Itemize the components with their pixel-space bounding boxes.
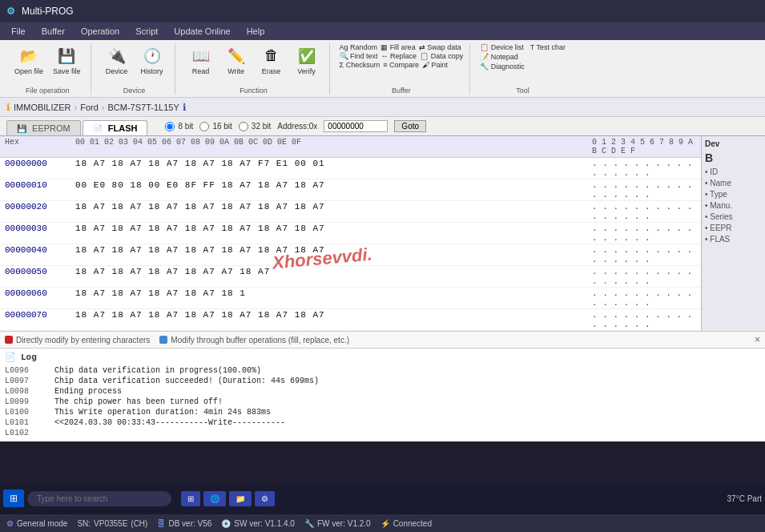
status-connected-label: Connected — [393, 519, 432, 528]
menu-operation[interactable]: Operation — [73, 25, 127, 38]
verify-label: Verify — [297, 67, 316, 75]
table-row[interactable]: 00000070 18 A7 18 A7 18 A7 18 A7 18 A7 1… — [0, 309, 701, 331]
table-row[interactable]: 00000030 18 A7 18 A7 18 A7 18 A7 18 A7 1… — [0, 223, 701, 244]
log-msg: <<2024.03.30 00:33:43-----------Write---… — [54, 418, 760, 427]
table-row[interactable]: 00000040 18 A7 18 A7 18 A7 18 A7 18 A7 1… — [0, 244, 701, 266]
notice-close-button[interactable]: × — [755, 334, 760, 345]
notepad-button[interactable]: 📝 Notepad — [480, 53, 518, 61]
tabs-bar: 💾 EEPROM 📄 FLASH — [6, 117, 149, 135]
menu-help[interactable]: Help — [239, 25, 273, 38]
write-button[interactable]: ✏️ Write — [220, 43, 252, 77]
radio-8bit-input[interactable] — [165, 122, 175, 131]
table-row[interactable]: 00000060 18 A7 18 A7 18 A7 18 A7 18 1 . … — [0, 288, 701, 309]
read-button[interactable]: 📖 Read — [185, 43, 217, 77]
right-panel-series[interactable]: • Series — [705, 212, 762, 221]
status-fw-icon: 🔧 — [304, 519, 314, 528]
list-item: L0096 Chip data verification in progress… — [5, 365, 760, 376]
breadcrumb-level2[interactable]: BCM-7S7T-1L15Y — [107, 103, 179, 112]
notice-bar: Directly modify by entering characters M… — [0, 331, 765, 349]
open-file-label: Open file — [14, 67, 43, 75]
start-button[interactable]: ⊞ — [3, 490, 24, 507]
find-text-button[interactable]: 🔍 Find text — [340, 52, 378, 60]
radio-16bit[interactable]: 16 bit — [199, 122, 232, 131]
hex-addr: 00000070 — [0, 310, 72, 329]
status-sw-label: SW ver: V1.1.4.0 — [234, 519, 295, 528]
compare-button[interactable]: ≡ Compare — [383, 61, 419, 69]
taskbar-app-3[interactable]: 📁 — [229, 491, 252, 506]
radio-8bit[interactable]: 8 bit — [165, 122, 193, 131]
table-row[interactable]: 00000020 18 A7 18 A7 18 A7 18 A7 18 A7 1… — [0, 201, 701, 223]
taskbar-app-multiprog[interactable]: ⚙ — [255, 491, 275, 506]
test-char-button[interactable]: T Test char — [530, 43, 566, 51]
eeprom-tab-icon: 💾 — [17, 124, 26, 133]
save-file-button[interactable]: 💾 Save file — [50, 43, 84, 77]
right-panel-id[interactable]: • ID — [705, 167, 762, 176]
info-icon[interactable]: ℹ — [183, 102, 187, 113]
status-db: 🗄 DB ver: V56 — [157, 519, 211, 528]
menu-script[interactable]: Script — [127, 25, 166, 38]
random-button[interactable]: Ag Random — [340, 43, 378, 51]
list-item: L0099 The chip power has been turned off… — [5, 397, 760, 407]
breadcrumb-root[interactable]: IMMOBILIZER — [14, 103, 71, 112]
log-msg: Ending process — [54, 387, 760, 396]
radio-32bit[interactable]: 32 bit — [239, 122, 271, 131]
radio-16bit-input[interactable] — [199, 122, 209, 131]
status-connected-icon: ⚡ — [380, 519, 390, 528]
hex-bytes: 18 A7 18 A7 18 A7 18 A7 18 1 — [72, 288, 589, 308]
open-file-icon: 📂 — [18, 45, 40, 67]
diagnostic-button[interactable]: 🔧 Diagnostic — [480, 62, 525, 71]
right-panel-flash[interactable]: • FLAS — [705, 235, 762, 244]
history-icon: 🕐 — [141, 45, 163, 67]
buffer-buttons: Ag Random ▦ Fill area ⇄ Swap data 🔍 Find… — [340, 43, 464, 69]
menu-update-online[interactable]: Update Online — [166, 25, 238, 38]
tab-flash[interactable]: 📄 FLASH — [83, 120, 148, 135]
data-copy-button[interactable]: 📋 Data copy — [420, 52, 463, 60]
fill-area-button[interactable]: ▦ Fill area — [380, 43, 416, 51]
table-row[interactable]: 00000010 00 E0 80 18 00 E0 8F FF 18 A7 1… — [0, 179, 701, 201]
verify-icon: ✅ — [296, 45, 318, 67]
radio-32bit-input[interactable] — [239, 122, 248, 131]
read-label: Read — [192, 67, 210, 75]
notice-blue-text: Modify through buffer operations (fill, … — [171, 336, 349, 345]
status-bar: ⚙ General mode SN: VP0355E (CH) 🗄 DB ver… — [0, 514, 765, 532]
breadcrumb-level1[interactable]: Ford — [80, 103, 99, 112]
hex-header-ascii: 0 1 2 3 4 5 6 7 8 9 A B C D E F — [589, 138, 701, 155]
verify-button[interactable]: ✅ Verify — [291, 43, 323, 77]
history-button[interactable]: 🕐 History — [136, 43, 168, 77]
open-file-button[interactable]: 📂 Open file — [11, 43, 46, 77]
taskbar-search-input[interactable] — [27, 491, 171, 506]
history-label: History — [141, 67, 163, 75]
goto-button[interactable]: Goto — [394, 120, 426, 132]
replace-button[interactable]: ↔ Replace — [381, 52, 417, 60]
taskbar-app-1[interactable]: ⊞ — [181, 491, 200, 506]
function-group-label: Function — [240, 87, 268, 95]
table-row[interactable]: 00000050 18 A7 18 A7 18 A7 18 A7 A7 18 A… — [0, 266, 701, 288]
taskbar-apps: ⊞ 🌐 📁 ⚙ — [181, 491, 275, 506]
log-area: 📄 Log L0096 Chip data verification in pr… — [0, 349, 765, 441]
table-row[interactable]: 00000000 18 A7 18 A7 18 A7 18 A7 18 A7 F… — [0, 158, 701, 179]
status-fw-label: FW ver: V1.2.0 — [317, 519, 371, 528]
tab-eeprom[interactable]: 💾 EEPROM — [6, 120, 81, 135]
status-mode-label: General mode — [17, 519, 67, 528]
erase-button[interactable]: 🗑 Erase — [256, 43, 288, 77]
hex-editor: Hex 00 01 02 03 04 05 06 07 08 09 0A 0B … — [0, 136, 701, 331]
paint-button[interactable]: 🖌 Paint — [422, 61, 448, 69]
device-button[interactable]: 🔌 Device — [101, 43, 133, 77]
menu-buffer[interactable]: Buffer — [34, 25, 73, 38]
taskbar-app-2[interactable]: 🌐 — [203, 491, 226, 506]
swap-data-button[interactable]: ⇄ Swap data — [419, 43, 461, 51]
save-file-icon: 💾 — [55, 45, 78, 67]
right-panel-type[interactable]: • Type — [705, 190, 762, 199]
checksum-button[interactable]: Σ Checksum — [340, 61, 380, 69]
right-panel-eeprom[interactable]: • EEPR — [705, 224, 762, 232]
device-group-label: Device — [123, 87, 146, 95]
right-panel-manu[interactable]: • Manu. — [705, 201, 762, 210]
right-panel-name[interactable]: • Name — [705, 179, 762, 187]
device-list-button[interactable]: 📋 Device list — [480, 43, 524, 51]
read-icon: 📖 — [190, 45, 212, 67]
address-input[interactable] — [324, 120, 388, 132]
buffer-group-label: Buffer — [392, 87, 411, 95]
menu-file[interactable]: File — [3, 25, 34, 38]
hex-ascii: . . . . . . . . . . . . . . . . — [589, 310, 701, 329]
status-mode: ⚙ General mode — [6, 519, 67, 528]
